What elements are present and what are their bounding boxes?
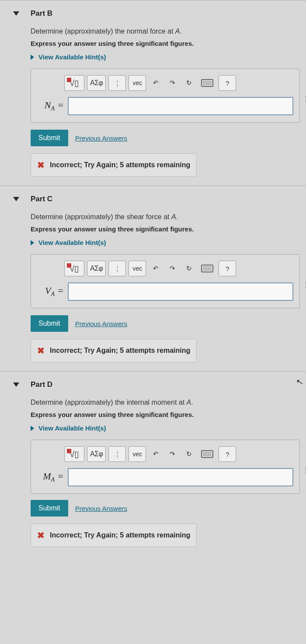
- help-button[interactable]: ?: [219, 261, 236, 276]
- var-label-b: NA =: [37, 100, 63, 112]
- vec-label: vec: [133, 451, 143, 458]
- help-button[interactable]: ?: [219, 75, 236, 91]
- reset-button[interactable]: ↻: [182, 261, 196, 276]
- part-d-header[interactable]: Part D: [0, 372, 306, 395]
- undo-button[interactable]: ↶: [149, 261, 163, 276]
- part-c-header[interactable]: Part C: [0, 186, 306, 210]
- arrows-updown-icon: ↓↑: [116, 450, 119, 458]
- toolbar-d: √▯ ΑΣφ ↓↑ vec ↶ ↷ ↻ ?: [64, 446, 293, 462]
- subscript-button[interactable]: ↓↑: [108, 446, 126, 462]
- submit-row-d: Submit Previous Answers: [31, 500, 300, 517]
- hints-link-text: View Available Hint(s): [38, 239, 106, 246]
- answer-input-c[interactable]: [68, 282, 293, 301]
- submit-row-b: Submit Previous Answers: [31, 130, 300, 146]
- arrows-updown-icon: ↓↑: [116, 264, 119, 273]
- feedback-d: ✖ Incorrect; Try Again; 5 attempts remai…: [31, 523, 197, 547]
- reset-icon: ↻: [186, 265, 192, 272]
- vec-label: vec: [133, 79, 143, 86]
- greek-button[interactable]: ΑΣφ: [87, 75, 106, 91]
- submit-button-b[interactable]: Submit: [31, 130, 68, 146]
- undo-icon: ↶: [153, 265, 159, 272]
- undo-icon: ↶: [153, 450, 159, 458]
- keyboard-button[interactable]: [198, 446, 216, 462]
- answer-box-b: √▯ ΑΣφ ↓↑ vec ↶ ↷ ↻ ? NA =: [31, 69, 300, 123]
- part-b-instruction: Express your answer using three signific…: [31, 40, 300, 47]
- square-icon: [67, 78, 71, 82]
- previous-answers-b[interactable]: Previous Answers: [75, 134, 127, 142]
- part-b-prompt: Determine (approximately) the normal for…: [31, 28, 300, 35]
- toolbar-b: √▯ ΑΣφ ↓↑ vec ↶ ↷ ↻ ?: [64, 75, 293, 91]
- var-label-d: MA =: [37, 471, 63, 483]
- previous-answers-c[interactable]: Previous Answers: [75, 320, 127, 327]
- feedback-text-b: Incorrect; Try Again; 5 attempts remaini…: [50, 161, 190, 169]
- prompt-suffix: .: [176, 213, 178, 220]
- square-icon: [67, 263, 71, 268]
- keyboard-icon: [201, 450, 213, 458]
- templates-button[interactable]: √▯: [64, 446, 84, 462]
- reset-button[interactable]: ↻: [182, 75, 196, 91]
- undo-button[interactable]: ↶: [149, 446, 163, 462]
- reset-button[interactable]: ↻: [182, 446, 196, 462]
- answer-input-d[interactable]: [68, 468, 293, 486]
- redo-icon: ↷: [170, 450, 175, 458]
- submit-row-c: Submit Previous Answers: [31, 315, 300, 332]
- caret-right-icon: [31, 240, 34, 245]
- prompt-var: A: [187, 399, 191, 406]
- part-c-instruction: Express your answer using three signific…: [31, 225, 300, 233]
- incorrect-icon: ✖: [37, 160, 45, 170]
- redo-button[interactable]: ↷: [165, 75, 179, 91]
- vec-button[interactable]: vec: [129, 75, 146, 91]
- var-main: V: [45, 285, 51, 296]
- previous-answers-d[interactable]: Previous Answers: [75, 505, 127, 512]
- var-sub: A: [51, 291, 55, 298]
- part-c-prompt: Determine (approximately) the shear forc…: [31, 213, 300, 221]
- feedback-c: ✖ Incorrect; Try Again; 5 attempts remai…: [31, 339, 197, 362]
- greek-button[interactable]: ΑΣφ: [87, 261, 106, 276]
- subscript-button[interactable]: ↓↑: [108, 75, 126, 91]
- redo-button[interactable]: ↷: [165, 261, 179, 276]
- keyboard-button[interactable]: [198, 75, 216, 91]
- submit-button-c[interactable]: Submit: [31, 315, 68, 332]
- part-d-body: Determine (approximately) the internal m…: [0, 395, 306, 551]
- undo-button[interactable]: ↶: [149, 75, 163, 91]
- var-sub: A: [51, 477, 55, 483]
- vec-button[interactable]: vec: [129, 261, 146, 276]
- answer-wrap-b: √▯ ΑΣφ ↓↑ vec ↶ ↷ ↻ ? NA =: [31, 69, 300, 130]
- reset-icon: ↻: [186, 79, 192, 87]
- prompt-text: Determine (approximately) the internal m…: [31, 399, 187, 406]
- arrows-updown-icon: ↓↑: [116, 79, 119, 87]
- feedback-b: ✖ Incorrect; Try Again; 5 attempts remai…: [31, 153, 197, 177]
- part-c-title: Part C: [31, 195, 52, 203]
- prompt-text: Determine (approximately) the shear forc…: [31, 213, 171, 220]
- submit-button-d[interactable]: Submit: [31, 500, 68, 517]
- templates-button[interactable]: √▯: [64, 75, 84, 91]
- part-c: Part C Determine (approximately) the she…: [0, 186, 306, 371]
- answer-wrap-d: √▯ ΑΣφ ↓↑ vec ↶ ↷ ↻ ? MA =: [31, 440, 300, 500]
- answer-input-b[interactable]: [68, 97, 293, 115]
- hints-link-text: View Available Hint(s): [38, 53, 106, 61]
- answer-box-c: √▯ ΑΣφ ↓↑ vec ↶ ↷ ↻ ? VA =: [31, 254, 300, 308]
- caret-down-icon: [13, 382, 19, 387]
- prompt-suffix: .: [191, 399, 193, 406]
- templates-button[interactable]: √▯: [64, 261, 84, 276]
- caret-right-icon: [31, 426, 34, 431]
- view-hints-b[interactable]: View Available Hint(s): [31, 53, 300, 61]
- part-d-title: Part D: [31, 380, 52, 389]
- toolbar-c: √▯ ΑΣφ ↓↑ vec ↶ ↷ ↻ ?: [64, 261, 293, 276]
- keyboard-button[interactable]: [198, 261, 216, 276]
- view-hints-c[interactable]: View Available Hint(s): [31, 239, 300, 246]
- redo-icon: ↷: [170, 265, 175, 272]
- redo-button[interactable]: ↷: [165, 446, 179, 462]
- var-label-c: VA =: [37, 285, 63, 298]
- var-main: M: [43, 471, 51, 482]
- vec-button[interactable]: vec: [129, 446, 146, 462]
- help-button[interactable]: ?: [219, 446, 236, 462]
- view-hints-d[interactable]: View Available Hint(s): [31, 424, 300, 432]
- greek-button[interactable]: ΑΣφ: [87, 446, 106, 462]
- subscript-button[interactable]: ↓↑: [108, 261, 126, 276]
- input-row-c: VA =: [37, 282, 293, 301]
- prompt-text: Determine (approximately) the normal for…: [31, 28, 175, 35]
- keyboard-icon: [201, 265, 213, 272]
- input-row-b: NA =: [37, 97, 293, 115]
- part-b-header[interactable]: Part B: [0, 0, 306, 24]
